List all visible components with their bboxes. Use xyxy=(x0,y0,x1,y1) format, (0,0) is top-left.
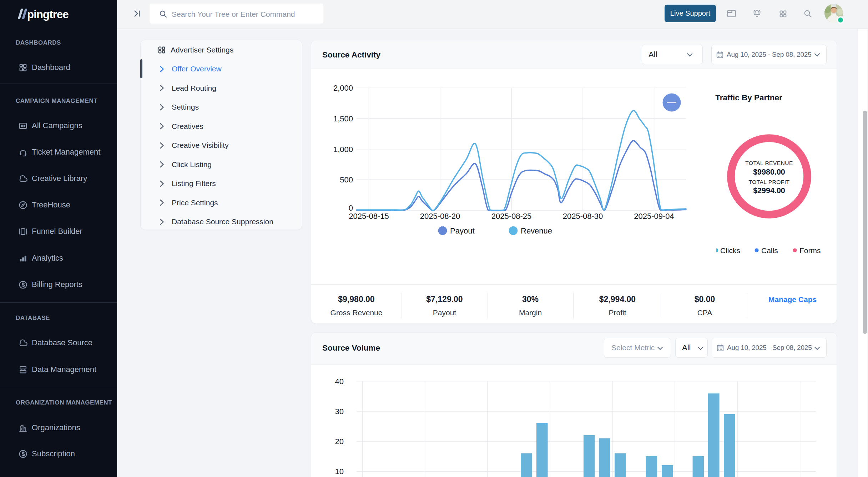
svg-text:1,500: 1,500 xyxy=(333,114,353,123)
svg-text:$9980.00: $9980.00 xyxy=(753,168,785,176)
svg-text:Calls: Calls xyxy=(761,246,778,255)
svg-text:10: 10 xyxy=(335,467,344,476)
svg-text:2025-08-20: 2025-08-20 xyxy=(420,212,460,221)
svg-text:Payout: Payout xyxy=(450,226,475,235)
svg-text:TOTAL PROFIT: TOTAL PROFIT xyxy=(748,179,789,185)
svg-text:2025-08-30: 2025-08-30 xyxy=(563,212,603,221)
svg-text:Revenue: Revenue xyxy=(521,226,552,235)
svg-text:Forms: Forms xyxy=(799,246,821,255)
svg-text:40: 40 xyxy=(335,377,344,386)
svg-text:500: 500 xyxy=(340,175,353,184)
svg-text:pingtree: pingtree xyxy=(27,8,69,21)
svg-text:0: 0 xyxy=(349,204,353,212)
svg-text:Traffic By Partner: Traffic By Partner xyxy=(715,93,782,102)
svg-text:20: 20 xyxy=(335,437,344,446)
svg-text:2025-08-15: 2025-08-15 xyxy=(349,212,389,221)
svg-text:TOTAL REVENUE: TOTAL REVENUE xyxy=(745,160,793,166)
svg-text:2025-09-04: 2025-09-04 xyxy=(634,212,674,221)
svg-text:$2994.00: $2994.00 xyxy=(753,186,785,195)
svg-text:2025-08-25: 2025-08-25 xyxy=(491,212,532,221)
svg-text:2,000: 2,000 xyxy=(333,84,353,92)
svg-text:1,000: 1,000 xyxy=(333,145,353,154)
svg-text:30: 30 xyxy=(335,407,344,416)
svg-text:Clicks: Clicks xyxy=(720,246,740,255)
